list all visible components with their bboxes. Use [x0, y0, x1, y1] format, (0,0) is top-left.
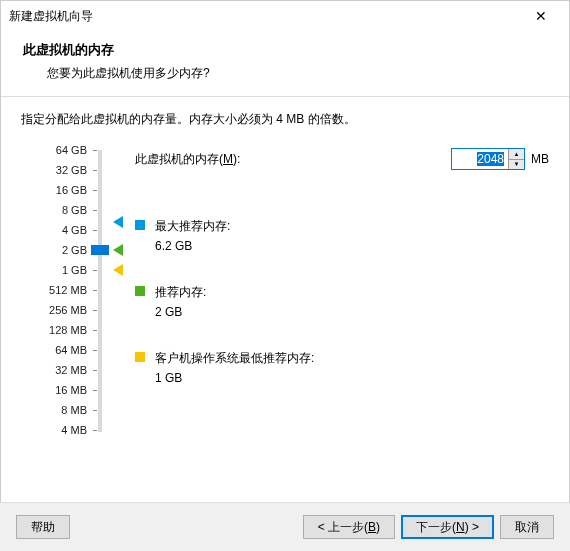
slider-tick-label: 4 MB	[61, 424, 87, 436]
next-button[interactable]: 下一步(N) >	[401, 515, 494, 539]
window-title: 新建虚拟机向导	[9, 8, 521, 25]
slider-tick-label: 64 GB	[56, 144, 87, 156]
slider-tick-label: 256 MB	[49, 304, 87, 316]
slider-tick-label: 2 GB	[62, 244, 87, 256]
recommend-max: 最大推荐内存:6.2 GB	[135, 218, 230, 253]
recommend-min: 客户机操作系统最低推荐内存:1 GB	[135, 350, 314, 385]
recommend-rec-icon	[135, 286, 145, 296]
help-button[interactable]: 帮助	[16, 515, 70, 539]
slider-tick-label: 4 GB	[62, 224, 87, 236]
slider-tick-label: 512 MB	[49, 284, 87, 296]
recommend-max-title: 最大推荐内存:	[155, 218, 230, 235]
instruction-text: 指定分配给此虚拟机的内存量。内存大小必须为 4 MB 的倍数。	[21, 111, 549, 128]
recommend-rec-value: 2 GB	[155, 305, 206, 319]
spin-down-button[interactable]: ▼	[509, 160, 524, 170]
slider-tick-label: 16 MB	[55, 384, 87, 396]
page-heading: 此虚拟机的内存	[23, 41, 547, 59]
spin-up-button[interactable]: ▲	[509, 149, 524, 160]
recommend-rec-title: 推荐内存:	[155, 284, 206, 301]
slider-tick-label: 16 GB	[56, 184, 87, 196]
recommend-max-value: 6.2 GB	[155, 239, 230, 253]
slider-tick-label: 64 MB	[55, 344, 87, 356]
slider-track	[98, 150, 102, 432]
slider-tick-label: 8 GB	[62, 204, 87, 216]
memory-label: 此虚拟机的内存(M):	[135, 151, 451, 168]
close-button[interactable]: ✕	[521, 2, 561, 30]
slider-tick-label: 32 GB	[56, 164, 87, 176]
memory-unit: MB	[531, 152, 549, 166]
back-button[interactable]: < 上一步(B)	[303, 515, 395, 539]
page-subheading: 您要为此虚拟机使用多少内存?	[47, 65, 547, 82]
recommend-min-icon	[135, 352, 145, 362]
recommend-rec: 推荐内存:2 GB	[135, 284, 206, 319]
slider-tick-label: 1 GB	[62, 264, 87, 276]
recommend-min-title: 客户机操作系统最低推荐内存:	[155, 350, 314, 367]
cancel-button[interactable]: 取消	[500, 515, 554, 539]
slider-tick-label: 32 MB	[55, 364, 87, 376]
slider-tick-label: 8 MB	[61, 404, 87, 416]
recommend-min-value: 1 GB	[155, 371, 314, 385]
slider-tick-label: 128 MB	[49, 324, 87, 336]
recommend-max-icon	[135, 220, 145, 230]
memory-slider[interactable]: 64 GB32 GB16 GB8 GB4 GB2 GB1 GB512 MB256…	[21, 148, 105, 434]
memory-input[interactable]	[452, 149, 508, 169]
